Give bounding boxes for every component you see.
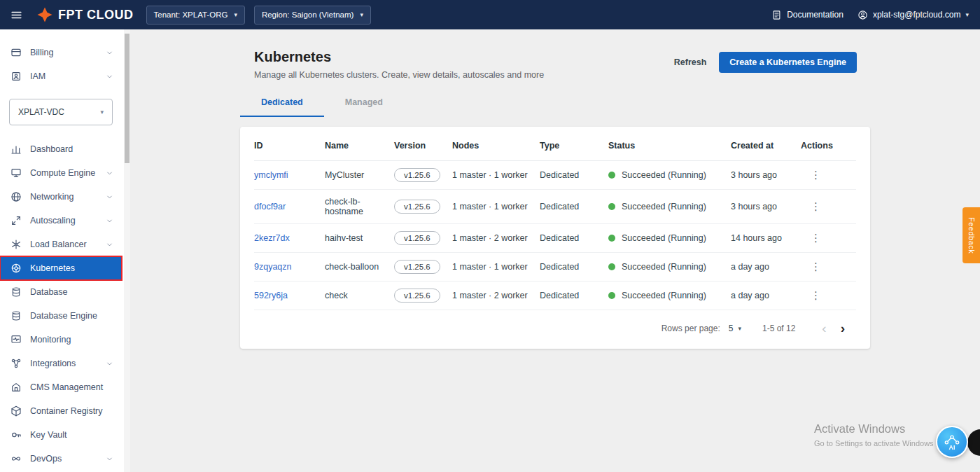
brand-text: FPT CLOUD <box>58 8 134 22</box>
clusters-table: ID Name Version Nodes Type Status Create… <box>254 127 856 310</box>
column-header-type: Type <box>540 127 608 161</box>
row-actions-kebab-icon[interactable]: ⋮ <box>801 169 821 181</box>
status-text: Succeeded (Running) <box>622 202 706 211</box>
sidebar-item-monitoring[interactable]: Monitoring <box>0 328 122 352</box>
user-avatar-icon <box>858 10 868 20</box>
hamburger-menu-button[interactable] <box>0 0 32 29</box>
chat-widget-button[interactable] <box>967 429 980 456</box>
sidebar-item-label: DevOps <box>30 454 62 464</box>
rows-per-page-value: 5 <box>729 324 734 333</box>
cluster-id-link[interactable]: ymclymfi <box>254 170 288 180</box>
previous-page-button[interactable]: ‹ <box>815 321 833 335</box>
caret-down-icon: ▾ <box>234 11 237 18</box>
integrations-icon <box>10 358 22 369</box>
billing-icon <box>10 47 22 58</box>
sidebar-item-label: Billing <box>30 48 53 57</box>
sidebar-scrollbar[interactable] <box>124 29 130 472</box>
cluster-type: Dedicated <box>540 253 608 282</box>
sidebar-item-database[interactable]: Database <box>0 280 122 304</box>
status-text: Succeeded (Running) <box>622 291 706 300</box>
topbar-right: Documentation xplat-stg@fptcloud.com ▾ <box>771 10 969 20</box>
sidebar-item-label: Compute Engine <box>30 168 95 178</box>
table-row: 2kezr7dx haihv-test v1.25.6 1 master · 2… <box>254 224 856 253</box>
sidebar-item-label: Monitoring <box>30 335 71 345</box>
sidebar-item-container-registry[interactable]: Container Registry <box>0 399 122 423</box>
status-text: Succeeded (Running) <box>622 262 706 272</box>
tab-managed[interactable]: Managed <box>324 90 404 117</box>
cluster-name: check-balloon <box>325 253 394 282</box>
column-header-version: Version <box>394 127 452 161</box>
cluster-id-link[interactable]: 592ry6ja <box>254 291 288 300</box>
sidebar-item-label: CMS Management <box>30 382 103 392</box>
tab-dedicated[interactable]: Dedicated <box>240 90 324 117</box>
create-kubernetes-engine-button[interactable]: Create a Kubernetes Engine <box>719 52 857 73</box>
documentation-link[interactable]: Documentation <box>771 10 844 20</box>
sidebar-item-database-engine[interactable]: Database Engine <box>0 304 122 328</box>
column-header-actions: Actions <box>801 127 856 161</box>
cluster-id-link[interactable]: dfocf9ar <box>254 202 286 211</box>
cluster-id-link[interactable]: 2kezr7dx <box>254 233 290 243</box>
row-actions-kebab-icon[interactable]: ⋮ <box>801 200 821 213</box>
tenant-select[interactable]: Tenant: XPLAT-ORG ▾ <box>146 6 245 25</box>
load-balancer-icon <box>10 239 22 250</box>
chevron-down-icon <box>106 241 113 249</box>
sidebar-item-load-balancer[interactable]: Load Balancer <box>0 232 122 256</box>
created-at: 14 hours ago <box>731 224 801 253</box>
sidebar-item-key-vault[interactable]: Key Vault <box>0 423 122 447</box>
table-header-row: ID Name Version Nodes Type Status Create… <box>254 127 856 161</box>
vdc-select[interactable]: XPLAT-VDC ▾ <box>9 99 113 125</box>
row-actions-kebab-icon[interactable]: ⋮ <box>801 261 821 273</box>
status-cell: Succeeded (Running) <box>608 291 725 300</box>
rows-per-page-select[interactable]: 5 ▾ <box>729 324 741 333</box>
refresh-button[interactable]: Refresh <box>674 57 707 67</box>
document-icon <box>771 10 782 20</box>
cluster-nodes: 1 master · 1 worker <box>452 253 540 282</box>
version-chip: v1.25.6 <box>394 231 440 245</box>
sidebar-item-devops[interactable]: DevOps <box>0 447 122 471</box>
tenant-label: Tenant: XPLAT-ORG <box>154 11 228 19</box>
feedback-tab[interactable]: Feedback <box>962 207 980 263</box>
sidebar-item-integrations[interactable]: Integrations <box>0 352 122 375</box>
sidebar-item-dashboard[interactable]: Dashboard <box>0 137 122 161</box>
chevron-down-icon <box>106 360 113 368</box>
fpt-logo-icon <box>36 6 53 23</box>
sidebar-item-billing[interactable]: Billing <box>0 41 122 64</box>
status-cell: Succeeded (Running) <box>608 202 725 211</box>
sidebar-item-autoscaling[interactable]: Autoscaling <box>0 209 122 232</box>
devops-icon <box>10 453 22 464</box>
column-header-name: Name <box>325 127 394 161</box>
sidebar-scrollbar-thumb[interactable] <box>125 34 130 163</box>
caret-down-icon: ▾ <box>738 325 741 332</box>
chevron-down-icon <box>106 169 113 177</box>
ai-assistant-button[interactable]: AI <box>936 426 968 458</box>
region-label: Region: Saigon (Vietnam) <box>262 11 354 19</box>
app-root: FPT CLOUD Tenant: XPLAT-ORG ▾ Region: Sa… <box>0 0 980 472</box>
cluster-nodes: 1 master · 1 worker <box>452 190 540 224</box>
chevron-down-icon <box>106 73 113 81</box>
cluster-nodes: 1 master · 2 worker <box>452 282 540 310</box>
vdc-select-value: XPLAT-VDC <box>18 107 64 117</box>
sidebar-item-label: Autoscaling <box>30 216 76 225</box>
sidebar-item-networking[interactable]: Networking <box>0 185 122 209</box>
row-actions-kebab-icon[interactable]: ⋮ <box>801 289 821 302</box>
status-dot-icon <box>608 292 615 299</box>
sidebar-item-iam[interactable]: IAM <box>0 64 122 88</box>
sidebar-item-compute-engine[interactable]: Compute Engine <box>0 161 122 185</box>
pagination: Rows per page: 5 ▾ 1-5 of 12 ‹ › <box>254 310 856 349</box>
main-content: Kubernetes Manage all Kubernetes cluster… <box>130 29 980 472</box>
column-header-status: Status <box>608 127 731 161</box>
pagination-range: 1-5 of 12 <box>762 324 795 333</box>
cluster-id-link[interactable]: 9zqyaqzn <box>254 262 292 272</box>
brand-logo[interactable]: FPT CLOUD <box>36 6 134 23</box>
chevron-down-icon <box>106 455 113 463</box>
row-actions-kebab-icon[interactable]: ⋮ <box>801 232 821 244</box>
next-page-button[interactable]: › <box>834 321 852 335</box>
region-select[interactable]: Region: Saigon (Vietnam) ▾ <box>254 6 371 25</box>
user-account-menu[interactable]: xplat-stg@fptcloud.com ▾ <box>858 10 969 20</box>
status-dot-icon <box>608 203 615 210</box>
sidebar-item-label: Networking <box>30 192 74 202</box>
sidebar-item-cms-management[interactable]: CMS Management <box>0 375 122 399</box>
topbar: FPT CLOUD Tenant: XPLAT-ORG ▾ Region: Sa… <box>0 0 980 29</box>
windows-activation-watermark: Activate Windows Go to Settings to activ… <box>814 422 934 447</box>
sidebar-item-kubernetes[interactable]: Kubernetes <box>0 256 122 280</box>
